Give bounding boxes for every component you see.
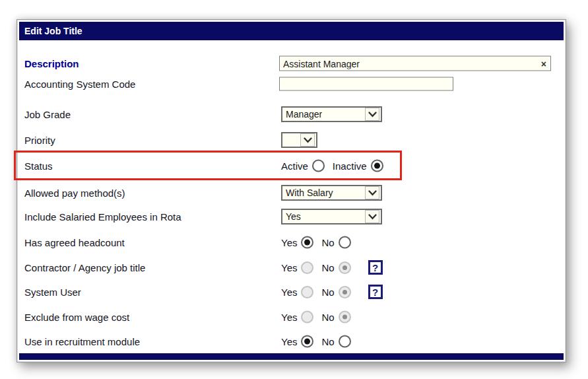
accounting-system-code-input[interactable] bbox=[279, 77, 453, 91]
priority-select[interactable] bbox=[281, 132, 317, 148]
chevron-down-icon bbox=[300, 133, 315, 147]
form-row-include-salaried-in-rota: Include Salaried Employees in Rota Yes bbox=[17, 206, 566, 227]
status-radio-group: Active Inactive bbox=[281, 160, 383, 172]
form-row-accounting-system-code: Accounting System Code bbox=[17, 74, 566, 94]
radio-label-yes: Yes bbox=[281, 336, 297, 347]
use-in-recruitment-module-label: Use in recruitment module bbox=[24, 336, 140, 347]
chevron-down-icon bbox=[365, 210, 379, 223]
select-value: Yes bbox=[286, 211, 301, 222]
chevron-down-icon bbox=[365, 108, 379, 121]
has-agreed-headcount-radio-group: Yes No bbox=[281, 236, 351, 249]
accounting-input-wrap bbox=[279, 77, 453, 91]
form-row-exclude-from-wage-cost: Exclude from wage cost Yes No bbox=[17, 307, 566, 327]
system-user-no-radio bbox=[339, 286, 351, 298]
contractor-yes-radio bbox=[301, 261, 313, 274]
accounting-system-code-label: Accounting System Code bbox=[24, 79, 135, 90]
system-user-radio-group: Yes No ? bbox=[281, 285, 383, 299]
status-inactive-radio[interactable] bbox=[371, 160, 383, 172]
job-grade-select[interactable]: Manager bbox=[281, 106, 382, 122]
clear-icon[interactable]: × bbox=[541, 59, 546, 68]
radio-label-no: No bbox=[321, 287, 334, 298]
system-user-yes-radio bbox=[301, 286, 313, 298]
section-divider-bar bbox=[19, 353, 564, 360]
radio-label-yes: Yes bbox=[281, 312, 297, 323]
form-row-priority: Priority bbox=[17, 130, 566, 150]
edit-job-title-panel: Edit Job Title Description × Accounting … bbox=[16, 19, 566, 362]
exclude-wage-cost-radio-group: Yes No bbox=[281, 311, 351, 324]
form-row-status: Status Active Inactive bbox=[17, 153, 566, 178]
radio-label-no: No bbox=[321, 237, 334, 248]
status-label: Status bbox=[24, 160, 53, 172]
radio-label-yes: Yes bbox=[281, 262, 297, 273]
status-active-radio[interactable] bbox=[312, 160, 325, 172]
allowed-pay-methods-select[interactable]: With Salary bbox=[281, 185, 382, 201]
has-agreed-headcount-label: Has agreed headcount bbox=[24, 237, 125, 248]
form-row-allowed-pay-methods: Allowed pay method(s) With Salary bbox=[17, 182, 566, 203]
status-inactive-label: Inactive bbox=[333, 160, 367, 172]
panel-title-bar: Edit Job Title bbox=[19, 22, 564, 40]
recruitment-no-radio[interactable] bbox=[339, 335, 351, 348]
help-icon[interactable]: ? bbox=[368, 285, 383, 299]
include-salaried-in-rota-label: Include Salaried Employees in Rota bbox=[24, 211, 181, 223]
panel-title: Edit Job Title bbox=[24, 26, 82, 36]
help-icon[interactable]: ? bbox=[368, 260, 383, 275]
description-label: Description bbox=[24, 58, 79, 69]
exclude-from-wage-cost-label: Exclude from wage cost bbox=[24, 312, 129, 323]
contractor-agency-label: Contractor / Agency job title bbox=[24, 262, 145, 273]
radio-label-yes: Yes bbox=[281, 287, 297, 298]
include-salaried-in-rota-select[interactable]: Yes bbox=[281, 209, 382, 224]
job-grade-label: Job Grade bbox=[24, 109, 71, 120]
recruitment-yes-radio[interactable] bbox=[301, 335, 313, 348]
headcount-yes-radio[interactable] bbox=[301, 236, 313, 249]
allowed-pay-methods-label: Allowed pay method(s) bbox=[24, 188, 125, 199]
priority-label: Priority bbox=[24, 135, 55, 146]
exclude-wage-no-radio bbox=[339, 311, 351, 324]
form-row-system-user: System User Yes No ? bbox=[17, 282, 566, 302]
form-row-contractor-agency: Contractor / Agency job title Yes No ? bbox=[17, 258, 566, 277]
contractor-no-radio bbox=[339, 261, 351, 274]
screenshot-stage: Edit Job Title Description × Accounting … bbox=[0, 0, 588, 379]
form-row-has-agreed-headcount: Has agreed headcount Yes No bbox=[17, 232, 566, 252]
status-active-label: Active bbox=[281, 160, 308, 172]
form-row-job-grade: Job Grade Manager bbox=[17, 104, 566, 125]
system-user-label: System User bbox=[24, 287, 81, 298]
select-value: With Salary bbox=[286, 188, 333, 198]
radio-label-yes: Yes bbox=[281, 237, 297, 248]
headcount-no-radio[interactable] bbox=[339, 236, 351, 249]
select-value: Manager bbox=[286, 109, 322, 120]
recruitment-module-radio-group: Yes No bbox=[281, 335, 351, 348]
chevron-down-icon bbox=[365, 186, 379, 199]
radio-label-no: No bbox=[321, 262, 334, 273]
exclude-wage-yes-radio bbox=[301, 311, 313, 324]
contractor-agency-radio-group: Yes No ? bbox=[281, 260, 383, 275]
form-row-use-in-recruitment-module: Use in recruitment module Yes No bbox=[17, 331, 566, 351]
description-input-wrap: × bbox=[279, 56, 551, 71]
radio-label-no: No bbox=[321, 312, 334, 323]
radio-label-no: No bbox=[321, 336, 334, 347]
description-input[interactable] bbox=[279, 56, 551, 71]
form-row-description: Description × bbox=[17, 53, 566, 74]
